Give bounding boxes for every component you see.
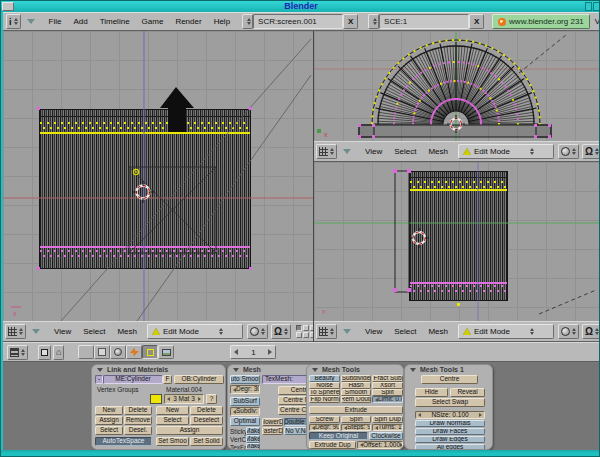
screw-button[interactable]: Screw (309, 416, 340, 423)
to-sphere-button[interactable]: To Sphere (309, 389, 340, 396)
panel-align-button[interactable] (38, 345, 51, 360)
set-smooth-button[interactable]: Set Smoo (156, 437, 189, 446)
object-context-button[interactable] (126, 345, 142, 359)
select-menu[interactable]: Select (394, 147, 416, 156)
script-context-button[interactable] (94, 345, 110, 359)
spin-button[interactable]: Spin (341, 416, 371, 423)
fake-user-button[interactable]: F (163, 375, 172, 384)
screen-name-field[interactable]: SCR:screen.001 (253, 14, 343, 29)
viewport-type-button[interactable] (5, 324, 26, 339)
material-color-swatch[interactable] (150, 394, 162, 404)
pivot-button[interactable]: Ω (271, 324, 291, 339)
autotexspace-toggle[interactable]: AutoTexSpace (95, 437, 152, 446)
frame-counter[interactable]: 1 (230, 345, 276, 359)
nsize-field[interactable]: NSize: 0.100 (415, 411, 485, 419)
hash-button[interactable]: Hash (341, 382, 371, 389)
window-maximize-button[interactable] (585, 2, 592, 11)
view-menu[interactable]: View (365, 147, 382, 156)
material-select-button[interactable]: Select (156, 416, 189, 425)
pivot-button[interactable]: Ω (582, 144, 599, 159)
menu-game[interactable]: Game (142, 17, 164, 26)
window-minimize-button[interactable] (2, 2, 14, 11)
degr-field[interactable]: Degr: 30 (230, 385, 260, 394)
reveal-button[interactable]: Reveal (450, 388, 485, 397)
menu-add[interactable]: Add (73, 17, 87, 26)
draw-edges-toggle[interactable]: Draw Edges (415, 436, 485, 443)
draw-faces-toggle[interactable]: Draw Faces (415, 428, 485, 435)
home-button[interactable]: ⌂ (53, 345, 64, 360)
noise-button[interactable]: Noise (309, 382, 340, 389)
viewport-divider[interactable] (313, 31, 314, 342)
viewport-type-button[interactable] (316, 144, 337, 159)
scene-delete-button[interactable]: X (469, 14, 484, 29)
menu-render[interactable]: Render (175, 17, 201, 26)
screen-delete-button[interactable]: X (343, 14, 358, 29)
clockwise-toggle[interactable]: Clockwise (369, 432, 403, 440)
layer-button[interactable] (303, 325, 309, 331)
editing-context-button[interactable] (142, 345, 158, 359)
layer-button[interactable] (296, 332, 302, 338)
xsort-button[interactable]: Xsort (372, 382, 403, 389)
panel-header[interactable]: Mesh Tools (307, 365, 403, 374)
pivot-button[interactable]: Ω (582, 324, 599, 339)
panel-header[interactable]: Mesh Tools 1 (405, 365, 492, 374)
select-menu[interactable]: Select (394, 327, 416, 336)
hide-button[interactable]: Hide (415, 388, 448, 397)
fract-subd-button[interactable]: Fract Sub (372, 375, 403, 382)
vgroup-new-button[interactable]: New (95, 406, 123, 415)
material-deselect-button[interactable]: Deselect (190, 416, 223, 425)
extrude-button[interactable]: Extrude (309, 406, 403, 414)
info-window-button[interactable]: i (6, 14, 21, 29)
mesh-menu[interactable]: Mesh (428, 147, 448, 156)
menu-file[interactable]: File (49, 17, 62, 26)
material-delete-button[interactable]: Delete (190, 406, 223, 415)
beauty-toggle[interactable]: Beauty (309, 375, 340, 382)
menu-timeline[interactable]: Timeline (100, 17, 130, 26)
menu-help[interactable]: Help (214, 17, 230, 26)
viewport-type-button[interactable] (316, 324, 337, 339)
frame-forward-icon[interactable] (268, 349, 272, 355)
subdivide-button[interactable]: Subdivide (341, 375, 371, 382)
steps-field[interactable]: Steps: 9 (341, 424, 371, 431)
vertcol-make-button[interactable]: Make (246, 435, 260, 443)
spin-dup-button[interactable]: Spin Dup (372, 416, 403, 423)
mode-dropdown[interactable]: Edit Mode (458, 324, 554, 339)
header-collapse-icon[interactable] (343, 329, 351, 334)
extrude-dup-button[interactable]: Extrude Dup (309, 441, 356, 449)
material-new-button[interactable]: New (156, 406, 189, 415)
sticky-make-button[interactable]: Make (246, 427, 260, 435)
offset-field[interactable]: Offset: 1.000 (357, 441, 403, 449)
mesh-browse-button[interactable]: - (95, 375, 103, 384)
draw-type-button[interactable] (558, 324, 579, 339)
window-titlebar[interactable]: Blender (1, 1, 600, 12)
window-shade-button[interactable] (593, 2, 600, 11)
scene-browse-button[interactable] (368, 14, 379, 29)
mesh-menu[interactable]: Mesh (117, 327, 137, 336)
mesh-menu[interactable]: Mesh (428, 327, 448, 336)
blender-website-button[interactable]: www.blender.org 231 (492, 14, 590, 29)
screen-browse-button[interactable] (242, 14, 253, 29)
material-help-button[interactable]: ? (206, 394, 217, 404)
degr-field[interactable]: Degr: 90 (309, 424, 340, 431)
draw-normals-toggle[interactable]: Draw Normals (415, 420, 485, 427)
draw-type-button[interactable] (247, 324, 268, 339)
header-collapse-icon[interactable] (343, 149, 351, 154)
logic-context-button[interactable] (78, 345, 94, 359)
object-name-field[interactable]: OB:Cylinder (174, 375, 224, 384)
mode-dropdown[interactable]: Edit Mode (458, 144, 554, 159)
vgroup-deselect-button[interactable]: Desel. (124, 426, 152, 435)
frame-back-icon[interactable] (234, 349, 238, 355)
header-collapse-icon[interactable] (32, 329, 40, 334)
draw-type-button[interactable] (558, 144, 579, 159)
centre-button[interactable]: Centre (421, 375, 478, 384)
slower-draw-button[interactable]: SlowerDr (262, 418, 283, 426)
smooth-button[interactable]: Smooth (341, 389, 371, 396)
layer-button[interactable] (303, 332, 309, 338)
shading-context-button[interactable] (110, 345, 126, 359)
rem-doubles-button[interactable]: Rem Doub (341, 396, 371, 403)
select-menu[interactable]: Select (83, 327, 105, 336)
scene-context-button[interactable] (158, 345, 174, 359)
flip-normals-button[interactable]: Flip Norm (309, 396, 340, 403)
material-assign-button[interactable]: Assign (156, 426, 223, 435)
set-solid-button[interactable]: Set Solid (190, 437, 223, 446)
